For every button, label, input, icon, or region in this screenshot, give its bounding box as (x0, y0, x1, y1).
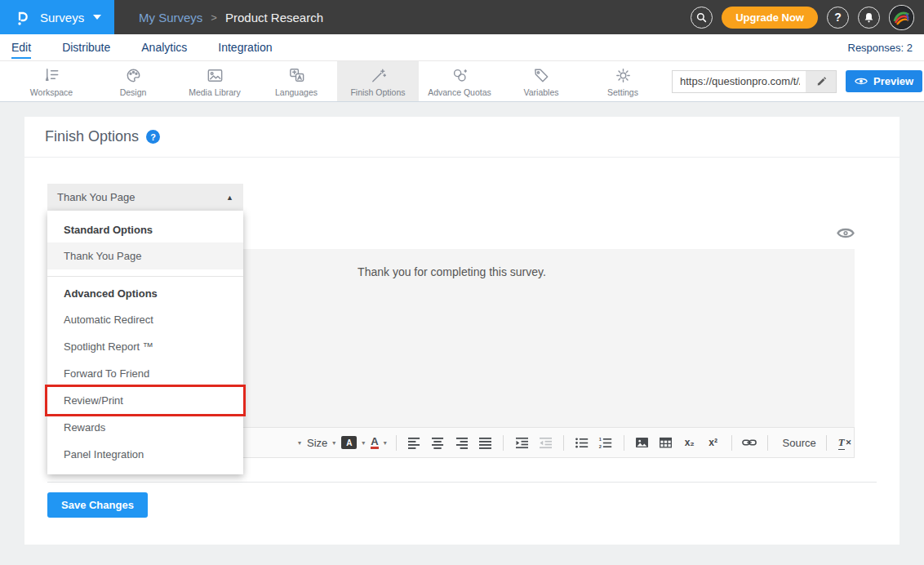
subscript-button[interactable]: x₂ (681, 433, 699, 452)
preview-button[interactable]: Preview (846, 70, 922, 92)
search-icon (695, 11, 708, 24)
breadcrumb-separator: > (211, 11, 217, 24)
topbar-actions: Upgrade Now ? (691, 5, 924, 30)
menu-item-review-print[interactable]: Review/Print (47, 387, 243, 414)
menu-divider (47, 276, 243, 277)
nav-tab-edit[interactable]: Edit (11, 41, 31, 54)
align-left-button[interactable] (405, 433, 423, 452)
indent-increase-icon (515, 437, 529, 449)
menu-item-spotlight-report[interactable]: Spotlight Report ™ (47, 333, 243, 360)
edit-toolbar: Workspace Design Media Library (0, 61, 924, 102)
help-icon[interactable]: ? (146, 130, 160, 144)
text-color-button[interactable]: A▾ (371, 436, 386, 449)
table-icon (659, 437, 673, 448)
responses-count[interactable]: Responses: 2 (848, 42, 913, 54)
product-switcher[interactable]: Surveys (0, 0, 114, 34)
menu-item-thank-you-page[interactable]: Thank You Page (47, 242, 243, 269)
insert-link-button[interactable] (740, 433, 758, 452)
bell-icon (863, 11, 875, 24)
svg-text:1: 1 (599, 437, 602, 442)
superscript-button[interactable]: x² (704, 433, 722, 452)
image-icon (635, 437, 649, 448)
size-combo[interactable]: Size▾ (307, 437, 335, 449)
background-color-button[interactable]: A▾ (341, 436, 365, 449)
subscript-icon: x₂ (685, 437, 695, 448)
bg-color-icon: A (341, 436, 357, 449)
menu-item-forward-to-friend[interactable]: Forward To Friend (47, 360, 243, 387)
edit-url-button[interactable] (806, 71, 836, 92)
chevron-down-icon (93, 15, 101, 20)
top-bar: Surveys My Surveys > Product Research Up… (0, 0, 924, 34)
justify-button[interactable] (476, 433, 494, 452)
finish-option-select[interactable]: Thank You Page ▲ (47, 184, 243, 211)
align-right-button[interactable] (452, 433, 470, 452)
menu-item-panel-integration[interactable]: Panel Integration (47, 441, 243, 468)
insert-image-button[interactable] (633, 433, 651, 452)
menu-item-rewards[interactable]: Rewards (47, 414, 243, 441)
design-palette-icon (124, 66, 143, 85)
svg-text:2: 2 (599, 443, 602, 448)
breadcrumb: My Surveys > Product Research (139, 11, 323, 24)
app-window: Surveys My Surveys > Product Research Up… (0, 0, 924, 565)
eye-icon (855, 77, 868, 86)
breadcrumb-current: Product Research (225, 11, 323, 24)
thank-you-text: Thank you for completing this survey. (358, 265, 546, 278)
menu-group-advanced: Advanced Options (47, 278, 243, 306)
toolbar-item-languages[interactable]: Languages (255, 61, 337, 101)
increase-indent-button[interactable] (513, 433, 531, 452)
tag-icon (532, 66, 551, 85)
decrease-indent-button[interactable] (536, 433, 554, 452)
toolbar-item-workspace[interactable]: Workspace (11, 61, 92, 101)
avatar-image (890, 6, 913, 29)
pencil-icon (815, 76, 827, 87)
breadcrumb-parent-link[interactable]: My Surveys (139, 11, 202, 24)
toolbar-item-advance-quotas[interactable]: Advance Quotas (419, 61, 500, 101)
avatar[interactable] (889, 5, 914, 30)
numbered-list-icon: 1 2 (598, 437, 612, 449)
bulleted-list-icon (575, 437, 589, 449)
quota-links-icon (451, 66, 469, 85)
remove-format-button[interactable]: T✕ (836, 433, 854, 452)
chevron-up-icon: ▲ (226, 194, 233, 202)
languages-icon (287, 66, 306, 85)
menu-item-automatic-redirect[interactable]: Automatic Redirect (47, 306, 243, 333)
indent-decrease-icon (539, 437, 553, 449)
finish-option-menu: Standard Options Thank You Page Advanced… (47, 211, 243, 474)
toolbar-item-design[interactable]: Design (92, 61, 174, 101)
nav-tab-integration[interactable]: Integration (218, 41, 272, 54)
toolbar-item-media-library[interactable]: Media Library (174, 61, 255, 101)
toolbar-item-variables[interactable]: Variables (500, 61, 582, 101)
preview-eye-icon[interactable] (837, 226, 855, 240)
help-button[interactable]: ? (827, 7, 849, 29)
product-label: Surveys (40, 11, 84, 24)
search-button[interactable] (691, 7, 713, 29)
superscript-icon: x² (709, 437, 717, 448)
section-divider (47, 482, 877, 483)
align-right-icon (455, 437, 469, 449)
nav-tab-analytics[interactable]: Analytics (141, 41, 187, 54)
upgrade-now-button[interactable]: Upgrade Now (722, 7, 818, 29)
justify-icon (478, 437, 492, 449)
nav-tab-distribute[interactable]: Distribute (62, 41, 110, 54)
survey-url-group: Preview (672, 61, 922, 101)
survey-nav: Edit Distribute Analytics Integration Re… (0, 34, 924, 61)
notifications-button[interactable] (858, 7, 880, 29)
toolbar-item-settings[interactable]: Settings (582, 61, 664, 101)
bulleted-list-button[interactable] (573, 433, 591, 452)
numbered-list-button[interactable]: 1 2 (597, 433, 615, 452)
finish-options-panel: Finish Options ? Thank You Page ▲ Thank … (24, 117, 900, 545)
media-library-icon (206, 66, 224, 85)
questionpro-logo-icon (13, 7, 33, 27)
text-color-icon: A (371, 436, 378, 449)
remove-format-icon: T (838, 436, 845, 450)
toolbar-item-finish-options[interactable]: Finish Options (337, 61, 419, 101)
select-value: Thank You Page (57, 191, 135, 203)
link-icon (742, 438, 757, 447)
insert-table-button[interactable] (657, 433, 675, 452)
source-button[interactable]: Source (777, 433, 817, 452)
font-combo-arrow[interactable]: ▾ (298, 439, 301, 447)
align-center-button[interactable] (429, 433, 446, 452)
magic-wand-icon (369, 66, 388, 85)
save-changes-button[interactable]: Save Changes (47, 492, 148, 518)
panel-header: Finish Options ? (24, 117, 900, 158)
